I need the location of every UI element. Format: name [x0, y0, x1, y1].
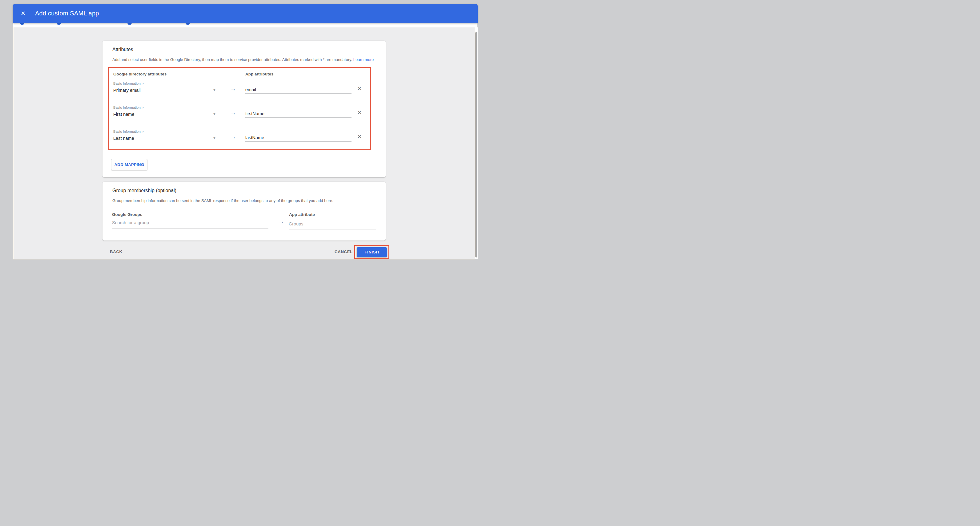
- stepper-dot: [20, 23, 24, 25]
- app-attributes-column-header: App attributes: [245, 72, 274, 77]
- attributes-card-title: Attributes: [112, 47, 133, 53]
- remove-mapping-icon[interactable]: ✕: [357, 85, 362, 92]
- stepper-strip: [13, 23, 477, 27]
- select-underline: [113, 99, 218, 99]
- chevron-down-icon[interactable]: ▼: [213, 88, 216, 92]
- chevron-down-icon[interactable]: ▼: [213, 136, 216, 140]
- groups-attribute-input[interactable]: [289, 220, 376, 230]
- app-attribute-input[interactable]: [245, 134, 352, 142]
- stepper-dot: [57, 23, 61, 25]
- app-attribute-input[interactable]: [245, 86, 352, 94]
- cancel-button[interactable]: CANCEL: [334, 249, 353, 254]
- arrow-right-icon: →: [278, 218, 284, 225]
- learn-more-link[interactable]: Learn more: [353, 57, 374, 62]
- directory-attributes-column-header: Google directory attributes: [113, 72, 167, 77]
- select-underline: [113, 147, 218, 147]
- arrow-right-icon: →: [230, 86, 236, 92]
- select-underline: [113, 123, 218, 123]
- directory-attribute-value: Primary email: [113, 88, 141, 93]
- finish-annotation-box: FINISH: [354, 245, 389, 259]
- google-groups-header: Google Groups: [112, 212, 142, 217]
- scrollbar-thumb[interactable]: [475, 32, 477, 257]
- mapping-row: Basic Information > Primary email ▼ → ✕: [109, 80, 370, 104]
- dialog-title: Add custom SAML app: [35, 10, 99, 17]
- group-membership-card: Group membership (optional) Group member…: [102, 182, 386, 241]
- mapping-row: Basic Information > Last name ▼ → ✕: [109, 128, 370, 153]
- stepper-dot: [127, 23, 132, 25]
- arrow-right-icon: →: [230, 110, 236, 116]
- attributes-card-description: Add and select user fields in the Google…: [112, 57, 374, 62]
- attribute-category-label: Basic Information >: [113, 106, 144, 109]
- app-attribute-input[interactable]: [245, 110, 352, 118]
- arrow-right-icon: →: [230, 134, 236, 140]
- group-card-description: Group membership information can be sent…: [112, 198, 333, 203]
- dialog-titlebar: ✕ Add custom SAML app: [13, 4, 478, 23]
- attributes-card: Attributes Add and select user fields in…: [102, 41, 386, 177]
- close-icon[interactable]: ✕: [21, 11, 25, 16]
- dialog-body: Attributes Add and select user fields in…: [13, 27, 475, 259]
- stepper-dot: [186, 23, 190, 25]
- app-attribute-header: App attribute: [289, 212, 315, 217]
- attribute-category-label: Basic Information >: [113, 130, 144, 133]
- directory-attribute-value: First name: [113, 112, 135, 117]
- finish-button[interactable]: FINISH: [357, 247, 387, 257]
- mappings-annotation-box: Google directory attributes App attribut…: [108, 67, 371, 150]
- back-button[interactable]: BACK: [110, 249, 123, 254]
- chevron-down-icon[interactable]: ▼: [213, 112, 216, 116]
- screen: ✕ Add custom SAML app Attributes Add and…: [0, 0, 490, 263]
- group-card-title: Group membership (optional): [112, 188, 177, 193]
- mapping-row: Basic Information > First name ▼ → ✕: [109, 104, 370, 128]
- add-mapping-button[interactable]: ADD MAPPING: [111, 159, 148, 170]
- scrollbar-track[interactable]: [475, 27, 478, 259]
- attributes-description-text: Add and select user fields in the Google…: [112, 57, 353, 62]
- group-search-input[interactable]: [112, 219, 268, 229]
- attribute-category-label: Basic Information >: [113, 81, 144, 85]
- directory-attribute-value: Last name: [113, 136, 134, 141]
- remove-mapping-icon[interactable]: ✕: [357, 109, 362, 116]
- remove-mapping-icon[interactable]: ✕: [357, 133, 362, 140]
